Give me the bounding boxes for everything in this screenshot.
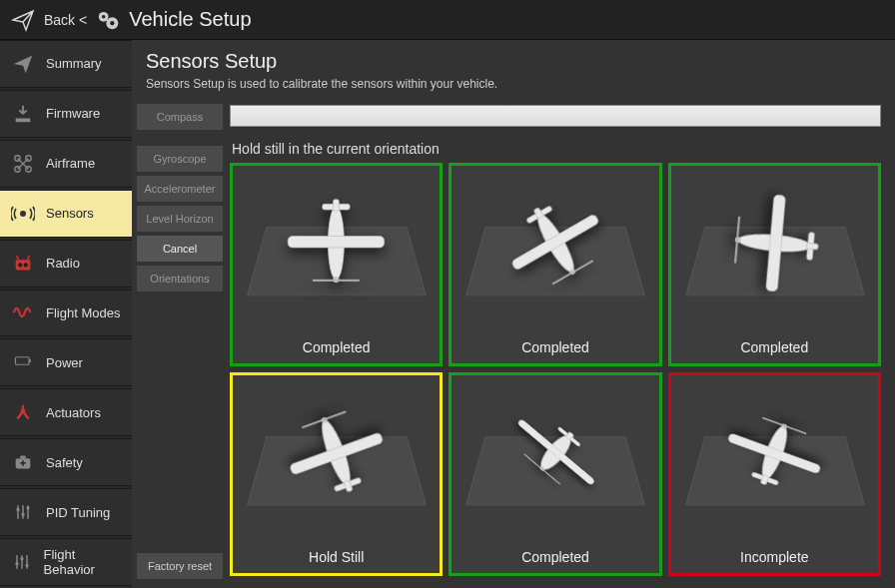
- svg-rect-15: [29, 359, 31, 362]
- svg-line-12: [17, 255, 19, 260]
- accelerometer-button[interactable]: Accelerometer: [136, 175, 224, 203]
- gyroscope-button[interactable]: Gyroscope: [136, 145, 224, 173]
- sliders-icon: [10, 549, 34, 575]
- sidebar-item-label: Firmware: [46, 106, 100, 121]
- page-title: Sensors Setup: [146, 50, 881, 73]
- svg-point-10: [18, 263, 22, 267]
- sidebar-item-safety[interactable]: Safety: [0, 438, 132, 486]
- svg-rect-18: [20, 456, 26, 459]
- svg-rect-38: [510, 214, 599, 271]
- sidebar-item-sensors[interactable]: Sensors: [0, 190, 132, 238]
- sidebar-item-label: Power: [46, 355, 83, 370]
- sidebar-item-label: Safety: [46, 455, 83, 470]
- svg-rect-56: [516, 418, 594, 485]
- sidebar-item-pid-tuning[interactable]: PID Tuning: [0, 488, 132, 536]
- download-icon: [10, 101, 36, 127]
- orientation-cell-upside-down: Incomplete: [668, 372, 881, 576]
- vehicle-icon: [706, 395, 843, 510]
- sidebar-item-label: Airframe: [46, 156, 95, 171]
- body: Compass Gyroscope Accelerometer Level Ho…: [132, 95, 895, 588]
- sidebar-item-radio[interactable]: Radio: [0, 240, 132, 288]
- sidebar-item-label: Radio: [46, 256, 80, 271]
- topbar: Back < Vehicle Setup: [0, 0, 895, 40]
- svg-point-23: [21, 513, 24, 516]
- vehicle-icon: [487, 395, 624, 510]
- sidebar-item-label: Flight Behavior: [44, 547, 122, 577]
- actuator-icon: [10, 399, 36, 425]
- compass-button[interactable]: Compass: [136, 103, 224, 131]
- svg-rect-14: [16, 357, 30, 365]
- svg-point-11: [24, 263, 28, 267]
- compass-progress-bar: [230, 105, 881, 127]
- waveform-icon: [10, 299, 36, 325]
- orientations-button[interactable]: Orientations: [136, 265, 224, 293]
- radio-icon: [10, 251, 36, 277]
- gears-icon: [93, 5, 123, 35]
- sliders-icon: [10, 499, 36, 525]
- drone-icon: [10, 151, 36, 177]
- page-subtitle: Sensors Setup is used to calibrate the s…: [146, 77, 881, 91]
- sidebar-item-power[interactable]: Power: [0, 338, 132, 386]
- orientation-cell-right-side: Completed: [448, 372, 661, 576]
- safety-kit-icon: [10, 449, 36, 475]
- sidebar: Summary Firmware Airframe Sensors Radio: [0, 40, 132, 588]
- sidebar-item-label: Summary: [46, 56, 102, 71]
- svg-rect-34: [334, 200, 340, 211]
- app-logo-icon: [8, 5, 38, 35]
- sidebar-item-airframe[interactable]: Airframe: [0, 140, 132, 188]
- battery-icon: [10, 349, 36, 375]
- content: Sensors Setup Sensors Setup is used to c…: [132, 40, 895, 588]
- svg-rect-16: [21, 410, 26, 414]
- factory-reset-button[interactable]: Factory reset: [136, 552, 224, 580]
- sensors-icon: [10, 201, 36, 227]
- svg-point-3: [110, 21, 114, 25]
- cancel-button[interactable]: Cancel: [136, 235, 224, 263]
- svg-point-22: [16, 508, 19, 511]
- vehicle-icon: [487, 186, 624, 300]
- sidebar-item-summary[interactable]: Summary: [0, 40, 132, 88]
- vehicle-icon: [268, 395, 405, 510]
- sidebar-item-flight-modes[interactable]: Flight Modes: [0, 290, 132, 337]
- svg-point-24: [26, 506, 29, 509]
- svg-rect-36: [314, 280, 360, 281]
- vehicle-icon: [268, 186, 405, 300]
- sensor-buttons: Compass Gyroscope Accelerometer Level Ho…: [132, 103, 224, 580]
- svg-point-28: [15, 562, 18, 565]
- main: Summary Firmware Airframe Sensors Radio: [0, 40, 895, 588]
- sidebar-item-label: Sensors: [46, 206, 94, 221]
- orientation-cell-level: Completed: [230, 163, 443, 366]
- orientation-cell-left-side: Completed: [668, 163, 881, 366]
- orientation-status: Completed: [521, 543, 589, 573]
- orientation-cell-tail-down: Hold Still: [230, 372, 443, 576]
- svg-point-30: [25, 564, 28, 567]
- svg-point-1: [102, 15, 105, 18]
- orientation-status: Completed: [740, 333, 808, 363]
- sidebar-item-label: PID Tuning: [46, 505, 110, 520]
- svg-rect-46: [806, 243, 818, 250]
- orientation-grid: Completed Completed Completed Hold Still…: [230, 163, 887, 580]
- page-section-title: Vehicle Setup: [123, 8, 251, 31]
- vehicle-icon: [706, 186, 843, 300]
- instruction-text: Hold still in the current orientation: [230, 133, 887, 163]
- sidebar-item-label: Flight Modes: [46, 305, 120, 320]
- calibration-panel: Hold still in the current orientation Co…: [224, 103, 887, 580]
- svg-point-8: [21, 211, 25, 215]
- svg-line-13: [28, 255, 30, 260]
- sidebar-item-label: Actuators: [46, 405, 101, 420]
- sidebar-item-firmware[interactable]: Firmware: [0, 90, 132, 138]
- orientation-status: Completed: [303, 333, 371, 363]
- level-horizon-button[interactable]: Level Horizon: [136, 205, 224, 233]
- svg-rect-32: [288, 236, 384, 247]
- content-header: Sensors Setup Sensors Setup is used to c…: [132, 40, 895, 95]
- back-button[interactable]: Back <: [38, 12, 93, 28]
- svg-point-29: [20, 557, 23, 560]
- orientation-cell-nose-down: Completed: [448, 163, 661, 366]
- orientation-status: Completed: [521, 333, 589, 363]
- svg-rect-9: [16, 260, 31, 270]
- orientation-status: Hold Still: [309, 543, 364, 573]
- paper-plane-icon: [10, 51, 36, 77]
- sidebar-item-actuators[interactable]: Actuators: [0, 388, 132, 436]
- sidebar-item-flight-behavior[interactable]: Flight Behavior: [0, 538, 132, 586]
- orientation-status: Incomplete: [740, 543, 808, 573]
